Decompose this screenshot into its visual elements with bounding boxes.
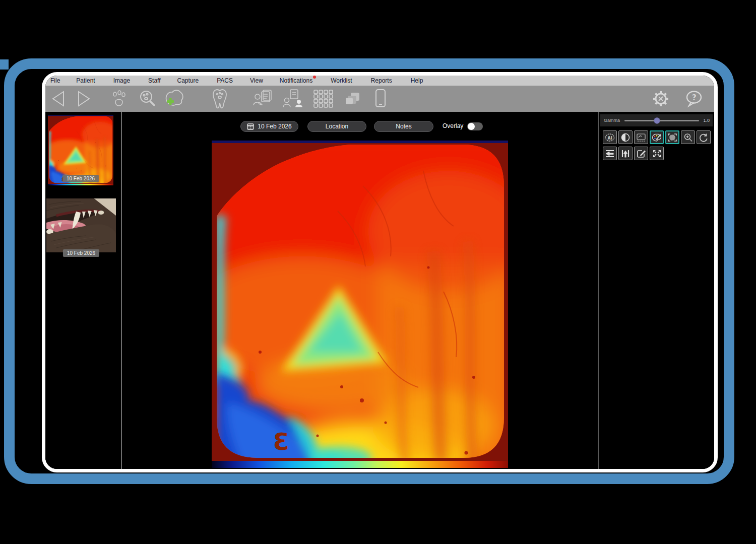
menu-help[interactable]: Help [411, 77, 423, 84]
levels-button[interactable] [634, 130, 648, 144]
gamma-slider-thumb[interactable] [654, 117, 660, 124]
staff-assignment-icon[interactable] [282, 87, 304, 110]
menu-worklist[interactable]: Worklist [331, 77, 352, 84]
menu-image[interactable]: Image [113, 77, 130, 84]
image-viewer: 10 Feb 2026 Location Notes Overlay [122, 112, 598, 469]
date-button[interactable]: 10 Feb 2026 [240, 121, 298, 132]
color-palette-button[interactable] [650, 130, 664, 144]
svg-text:?: ? [692, 93, 697, 102]
help-icon[interactable]: ? [684, 87, 704, 110]
thumbnail-fluorescence[interactable]: 10 Feb 2026 [48, 115, 113, 185]
fullscreen-button[interactable] [650, 147, 664, 160]
overlay-toggle-knob [468, 123, 475, 130]
ai-analysis-button[interactable]: AI [603, 130, 617, 144]
menu-notifications-label: Notifications [280, 77, 312, 84]
tools-row-1: AI [603, 130, 711, 144]
collapse-left-button[interactable] [603, 147, 617, 160]
gamma-control: Gamma 1.0 [600, 114, 713, 126]
patient-records-icon[interactable] [252, 87, 274, 110]
menu-file[interactable]: File [50, 77, 60, 84]
calendar-icon [247, 123, 254, 130]
forward-icon[interactable] [75, 87, 92, 110]
thumbnail-photo[interactable]: 10 Feb 2026 [46, 198, 116, 252]
gamma-value: 1.0 [703, 118, 710, 123]
zoom-in-button[interactable] [681, 130, 695, 144]
location-button-label: Location [326, 123, 348, 130]
thumbnail-sidebar: 10 Feb 2026 10 Feb 2026 [45, 112, 121, 469]
screenshot-stage: File Patient Image Staff Capture PACS Vi… [0, 0, 756, 544]
menu-capture[interactable]: Capture [177, 77, 199, 84]
menu-staff[interactable]: Staff [148, 77, 160, 84]
gamma-label: Gamma [604, 118, 620, 123]
dental-chart-icon[interactable] [210, 87, 230, 110]
thumbnail-grid-icon[interactable] [312, 87, 334, 110]
menu-reports[interactable]: Reports [371, 77, 392, 84]
tools-row-2 [603, 147, 664, 160]
content-area: 10 Feb 2026 10 Feb 2026 10 Feb 2026 [45, 112, 714, 469]
thumbnail-date-label: 10 Feb 2026 [63, 249, 99, 257]
add-patient-icon[interactable] [162, 87, 185, 110]
menu-bar: File Patient Image Staff Capture PACS Vi… [45, 76, 714, 86]
menu-pacs[interactable]: PACS [217, 77, 233, 84]
paw-icon[interactable] [109, 87, 129, 110]
settings-icon[interactable] [651, 87, 671, 110]
contrast-button[interactable] [618, 130, 633, 144]
svg-text:AI: AI [608, 135, 612, 140]
focus-region-button[interactable] [665, 130, 679, 144]
overlay-label: Overlay [443, 122, 463, 129]
overlay-toggle[interactable] [467, 122, 483, 130]
notes-button-label: Notes [396, 123, 411, 130]
patient-search-icon[interactable] [137, 87, 158, 110]
menu-notifications[interactable]: Notifications [280, 77, 312, 84]
rotate-button[interactable] [697, 130, 711, 144]
main-toolbar: ? [45, 86, 714, 112]
image-gallery-icon[interactable] [343, 87, 363, 110]
notes-button[interactable]: Notes [374, 121, 433, 132]
notification-badge [313, 76, 316, 79]
edit-annotation-button[interactable] [634, 147, 648, 160]
decorative-blue-notch [0, 59, 9, 70]
menu-patient[interactable]: Patient [76, 77, 95, 84]
sort-vertical-button[interactable] [618, 147, 633, 160]
thumbnail-date-label: 10 Feb 2026 [62, 175, 99, 182]
gamma-slider[interactable] [624, 120, 699, 121]
app-window: File Patient Image Staff Capture PACS Vi… [42, 72, 718, 472]
date-button-label: 10 Feb 2026 [258, 123, 291, 130]
tools-panel: Gamma 1.0 AI [599, 112, 714, 469]
back-icon[interactable] [50, 87, 68, 110]
menu-view[interactable]: View [250, 77, 263, 84]
location-button[interactable]: Location [307, 121, 366, 132]
mobile-sync-icon[interactable] [373, 87, 388, 110]
fluorescence-image[interactable] [212, 141, 508, 468]
